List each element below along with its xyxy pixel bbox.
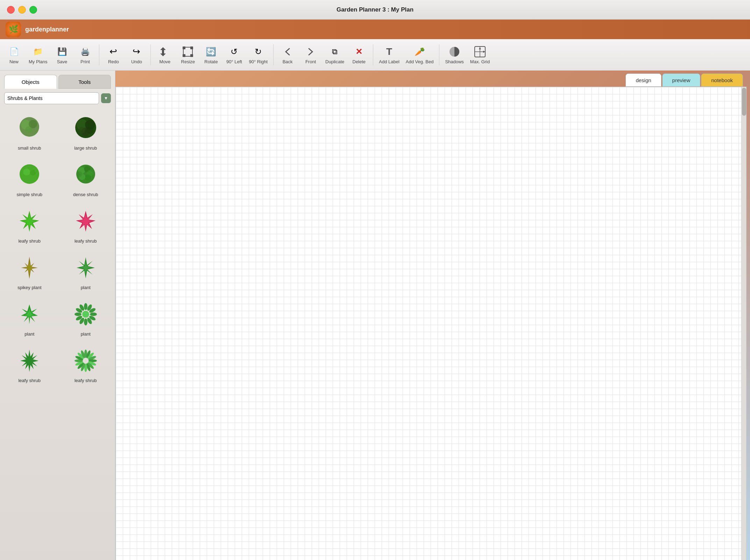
view-tabs: design preview notebook bbox=[115, 71, 750, 87]
move-icon bbox=[158, 45, 171, 58]
front-icon bbox=[304, 45, 317, 58]
svg-marker-10 bbox=[479, 47, 481, 49]
toolbar-separator-4 bbox=[373, 44, 373, 65]
plant-icon-burst2 bbox=[70, 345, 101, 376]
plant-item-burst2[interactable]: leafy shrub bbox=[59, 342, 113, 386]
toolbar-my-plans[interactable]: 📁 My Plans bbox=[27, 42, 49, 68]
toolbar-redo[interactable]: ↩ Redo bbox=[103, 42, 124, 68]
back-icon bbox=[281, 45, 294, 58]
left-panel: Objects Tools Shrubs & Plants Trees Flow… bbox=[0, 71, 115, 560]
toolbar-undo[interactable]: ↪ Undo bbox=[126, 42, 147, 68]
svg-rect-5 bbox=[190, 54, 193, 57]
toolbar-front[interactable]: Front bbox=[300, 42, 321, 68]
svg-point-31 bbox=[77, 171, 82, 177]
svg-rect-3 bbox=[190, 46, 193, 49]
plant-item-spikey-plant[interactable]: spikey plant bbox=[3, 249, 56, 293]
toolbar-move[interactable]: Move bbox=[154, 42, 175, 68]
svg-point-24 bbox=[30, 170, 36, 175]
panel-tabs: Objects Tools bbox=[0, 71, 115, 89]
toolbar-max-grid[interactable]: Max. Grid bbox=[468, 42, 492, 68]
my-plans-icon: 📁 bbox=[32, 45, 44, 58]
plant-icon-burst1 bbox=[14, 345, 45, 376]
svg-rect-2 bbox=[183, 46, 185, 49]
app-name: gardenplanner bbox=[25, 26, 69, 33]
toolbar-90-left[interactable]: ↺ 90° Left bbox=[224, 42, 245, 68]
toolbar-duplicate[interactable]: ⧉ Duplicate bbox=[323, 42, 346, 68]
tab-notebook[interactable]: notebook bbox=[701, 73, 743, 87]
scrollbar-vertical[interactable] bbox=[741, 87, 746, 560]
delete-icon: ✕ bbox=[353, 45, 365, 58]
max-grid-icon bbox=[474, 45, 486, 58]
svg-point-43 bbox=[84, 303, 87, 310]
toolbar-add-veg-bed[interactable]: 🥕 Add Veg. Bed bbox=[404, 42, 436, 68]
save-icon: 💾 bbox=[56, 45, 68, 58]
plant-item-plant-daisy[interactable]: plant bbox=[59, 296, 113, 339]
90-right-icon: ↻ bbox=[252, 45, 264, 58]
plant-item-small-shrub[interactable]: small shrub bbox=[3, 110, 56, 153]
plant-item-plant-succulent[interactable]: plant bbox=[3, 296, 56, 339]
toolbar-resize[interactable]: Resize bbox=[177, 42, 198, 68]
undo-icon: ↪ bbox=[130, 45, 143, 58]
toolbar-back[interactable]: Back bbox=[277, 42, 298, 68]
plant-item-dense-shrub[interactable]: dense shrub bbox=[59, 156, 113, 200]
tab-tools[interactable]: Tools bbox=[58, 75, 111, 89]
print-icon: 🖨️ bbox=[79, 45, 91, 58]
minimize-button[interactable] bbox=[18, 6, 26, 14]
plant-icon-leafy-shrub-red bbox=[70, 206, 101, 237]
plant-icon-small-shrub bbox=[14, 113, 45, 144]
category-row: Shrubs & Plants Trees Flowers Vegetables… bbox=[0, 89, 115, 108]
svg-point-23 bbox=[23, 168, 30, 175]
svg-marker-56 bbox=[20, 350, 38, 372]
toolbar-save[interactable]: 💾 Save bbox=[51, 42, 72, 68]
tab-objects[interactable]: Objects bbox=[4, 75, 57, 89]
toolbar-separator-1 bbox=[99, 44, 99, 65]
dropdown-arrow-icon[interactable]: ▼ bbox=[101, 93, 111, 103]
plant-icon-plant-succulent bbox=[14, 299, 45, 330]
toolbar-rotate[interactable]: 🔄 Rotate bbox=[200, 42, 221, 68]
category-dropdown[interactable]: Shrubs & Plants Trees Flowers Vegetables… bbox=[4, 92, 99, 104]
toolbar-shadows[interactable]: Shadows bbox=[443, 42, 466, 68]
svg-point-55 bbox=[82, 311, 89, 318]
close-button[interactable] bbox=[7, 6, 15, 14]
toolbar: 📄 New 📁 My Plans 💾 Save 🖨️ Print ↩ Redo … bbox=[0, 39, 750, 71]
toolbar-add-label[interactable]: T Add Label bbox=[377, 42, 402, 68]
canvas-area: design preview notebook Grid size bbox=[115, 71, 750, 560]
svg-point-29 bbox=[85, 174, 91, 181]
toolbar-separator-2 bbox=[150, 44, 151, 65]
90-left-icon: ↺ bbox=[228, 45, 240, 58]
svg-marker-0 bbox=[160, 47, 166, 56]
tab-design[interactable]: design bbox=[625, 73, 661, 87]
plants-scroll[interactable]: small shrub large shrub bbox=[0, 108, 115, 560]
plant-item-leafy-shrub-green[interactable]: leafy shrub bbox=[3, 203, 56, 246]
plant-item-plant-star-green[interactable]: plant bbox=[59, 249, 113, 293]
svg-point-15 bbox=[25, 126, 32, 133]
svg-point-20 bbox=[78, 127, 85, 134]
scrollbar-thumb-vertical[interactable] bbox=[742, 88, 746, 116]
canvas-wrapper[interactable] bbox=[115, 87, 747, 560]
svg-point-21 bbox=[86, 127, 93, 134]
toolbar-new[interactable]: 📄 New bbox=[3, 42, 24, 68]
grid-canvas bbox=[116, 87, 746, 560]
add-veg-bed-icon: 🥕 bbox=[413, 45, 426, 58]
plant-icon-simple-shrub bbox=[14, 159, 45, 191]
toolbar-separator-5 bbox=[439, 44, 439, 65]
svg-point-42 bbox=[27, 312, 31, 316]
toolbar-separator-3 bbox=[273, 44, 274, 65]
tab-preview[interactable]: preview bbox=[662, 73, 701, 87]
toolbar-90-right[interactable]: ↻ 90° Right bbox=[247, 42, 270, 68]
new-icon: 📄 bbox=[8, 45, 20, 58]
plant-item-large-shrub[interactable]: large shrub bbox=[59, 110, 113, 153]
maximize-button[interactable] bbox=[29, 6, 37, 14]
svg-rect-4 bbox=[183, 54, 185, 57]
toolbar-delete[interactable]: ✕ Delete bbox=[348, 42, 369, 68]
plant-item-burst1[interactable]: leafy shrub bbox=[3, 342, 56, 386]
plant-icon-plant-daisy bbox=[70, 299, 101, 330]
plant-item-leafy-shrub-red[interactable]: leafy shrub bbox=[59, 203, 113, 246]
shadows-icon bbox=[448, 45, 461, 58]
window-controls bbox=[7, 6, 37, 14]
title-bar: Garden Planner 3 : My Plan bbox=[0, 0, 750, 20]
plant-item-simple-shrub[interactable]: simple shrub bbox=[3, 156, 56, 200]
toolbar-print[interactable]: 🖨️ Print bbox=[75, 42, 95, 68]
redo-icon: ↩ bbox=[107, 45, 120, 58]
svg-point-52 bbox=[75, 313, 82, 316]
